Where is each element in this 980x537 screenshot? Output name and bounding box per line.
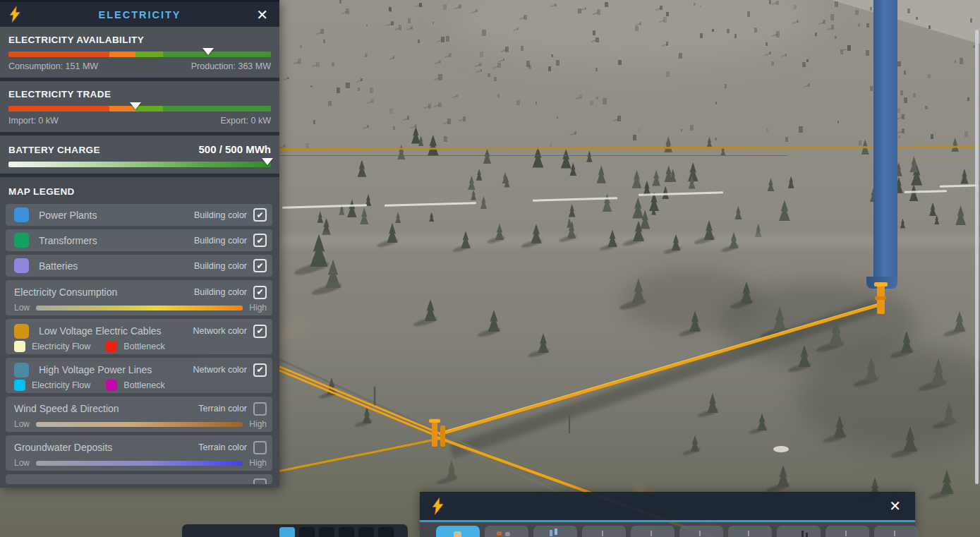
mini-tool-button-1[interactable] — [279, 527, 295, 537]
scene-decor — [887, 3, 890, 9]
scene-decor — [452, 95, 458, 99]
scene-decor — [391, 21, 394, 26]
legend-row-partial[interactable] — [6, 474, 272, 484]
scene-decor — [548, 66, 551, 71]
tool-button-4[interactable] — [582, 526, 626, 537]
mini-tool-button-5[interactable] — [358, 527, 374, 537]
scene-decor — [279, 145, 285, 149]
scene-decor — [363, 126, 368, 130]
scene-decor — [476, 9, 478, 12]
scale-high-label: High — [249, 458, 267, 468]
legend-row-low-voltage-electric-cables[interactable]: Low Voltage Electric CablesNetwork color… — [6, 319, 272, 354]
tool-button-8[interactable] — [777, 526, 821, 537]
unidentified-tool-icon — [699, 531, 701, 536]
legend-row-high-voltage-power-lines[interactable]: High Voltage Power LinesNetwork color✔El… — [6, 358, 272, 393]
scene-decor — [904, 71, 906, 74]
scene-decor — [605, 2, 608, 7]
legend-label: Power Plants — [39, 210, 194, 221]
scene-decor — [578, 8, 581, 14]
scene-decor — [459, 4, 461, 8]
scene-decor — [725, 84, 727, 88]
scene-decor — [551, 54, 553, 57]
legend-checkbox[interactable]: ✔ — [253, 259, 267, 272]
close-icon[interactable]: ✕ — [252, 5, 272, 25]
legend-row-groundwater-deposits[interactable]: Groundwater DepositsTerrain colorLowHigh — [6, 435, 272, 471]
legend-checkbox[interactable]: ✔ — [253, 286, 267, 299]
legend-row-batteries[interactable]: BatteriesBuilding color✔ — [6, 255, 272, 277]
scene-decor — [483, 148, 492, 164]
scene-decor — [470, 190, 476, 200]
scene-decor — [569, 162, 577, 176]
scene-decor — [567, 218, 572, 227]
scene-decor — [593, 12, 598, 16]
scene-decor — [960, 58, 963, 64]
panel-scrollbar[interactable] — [975, 30, 979, 484]
scene-decor — [671, 234, 682, 251]
scene-decor — [428, 212, 435, 222]
legend-checkbox[interactable]: ✔ — [253, 363, 267, 377]
tool-button-9[interactable] — [825, 526, 869, 537]
mini-tool-button-2[interactable] — [299, 527, 315, 537]
tool-button-10[interactable] — [874, 526, 918, 537]
scene-decor — [498, 59, 504, 62]
legend-checkbox[interactable]: ✔ — [253, 208, 267, 222]
scene-decor — [776, 1, 778, 5]
tool-button-6[interactable] — [679, 526, 723, 537]
legend-checkbox[interactable]: ✔ — [253, 234, 267, 247]
scene-decor — [591, 40, 597, 43]
scene-decor — [354, 419, 373, 428]
scene-decor — [799, 126, 802, 133]
scene-decor — [337, 88, 340, 93]
scene-decor — [437, 40, 442, 43]
scene-decor — [365, 54, 366, 57]
scene-decor — [631, 198, 645, 219]
scene-decor — [727, 29, 730, 33]
scene-decor — [772, 306, 788, 332]
legend-row-wind-speed-direction[interactable]: Wind Speed & DirectionTerrain colorLowHi… — [6, 397, 272, 432]
mini-tool-button-6[interactable] — [378, 527, 394, 537]
scene-decor — [444, 136, 447, 141]
scene-decor — [706, 137, 713, 148]
scene-decor — [918, 379, 948, 393]
tool-button-1[interactable] — [436, 526, 480, 537]
scene-decor — [424, 106, 430, 109]
mini-tool-button-4[interactable] — [339, 527, 354, 537]
scene-decor — [913, 93, 916, 97]
scene-decor — [613, 119, 619, 122]
tool-button-2[interactable] — [485, 526, 528, 537]
scene-decor — [859, 140, 862, 146]
scene-decor — [682, 447, 701, 456]
scene-decor — [792, 20, 798, 24]
scene-decor — [633, 135, 636, 141]
legend-row-power-plants[interactable]: Power PlantsBuilding color✔ — [6, 204, 272, 226]
mini-tool-button-3[interactable] — [319, 527, 334, 537]
tool-button-3[interactable] — [533, 526, 577, 537]
legend-label: High Voltage Power Lines — [39, 364, 193, 375]
scene-decor — [537, 333, 550, 353]
scale-gradient-bar — [36, 422, 243, 427]
legend-checkbox[interactable]: ✔ — [253, 325, 267, 338]
scene-decor — [449, 298, 881, 458]
scene-decor — [356, 80, 362, 83]
legend-checkbox[interactable] — [253, 441, 267, 454]
tool-button-5[interactable] — [631, 526, 674, 537]
trade-section: ELECTRICITY TRADE Import: 0 kW Export: 0… — [0, 81, 279, 132]
legend-checkbox[interactable] — [253, 478, 267, 484]
legend-row-electricity-consumption[interactable]: Electricity ConsumptionBuilding color✔Lo… — [6, 280, 272, 315]
scene-decor — [760, 326, 788, 339]
scene-decor — [855, 10, 859, 16]
scene-decor — [622, 236, 646, 248]
scene-decor — [953, 311, 967, 332]
close-icon[interactable]: ✕ — [885, 496, 905, 516]
legend-row-transformers[interactable]: TransformersBuilding color✔ — [6, 229, 272, 251]
scene-decor — [928, 25, 931, 29]
scene-decor — [283, 78, 289, 81]
tool-button-7[interactable] — [728, 526, 772, 537]
scene-decor — [769, 52, 771, 54]
scene-decor — [585, 7, 586, 10]
scene-decor — [521, 46, 524, 51]
scene-decor — [618, 60, 621, 65]
scene-decor — [293, 260, 329, 277]
legend-checkbox[interactable] — [253, 402, 267, 416]
scene-decor — [397, 145, 406, 159]
